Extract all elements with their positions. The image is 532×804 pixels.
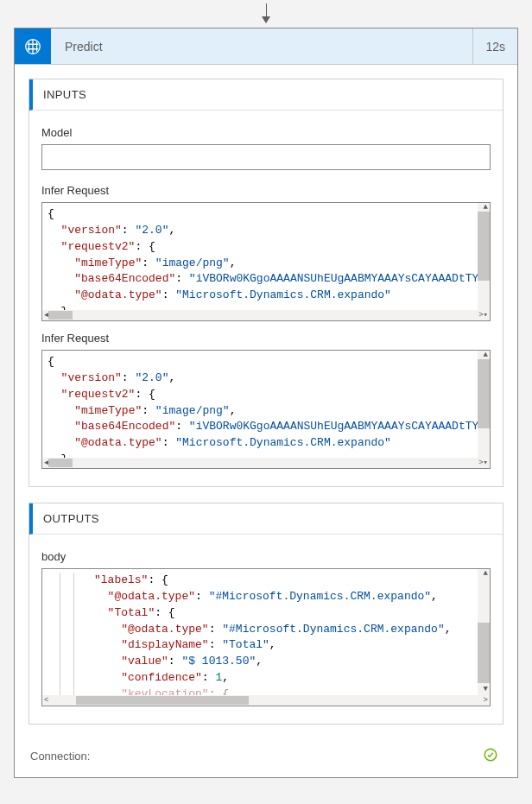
- hscrollbar[interactable]: < >: [42, 695, 490, 706]
- hscroll-thumb[interactable]: [48, 459, 73, 467]
- scroll-right-icon[interactable]: >: [484, 697, 488, 705]
- predict-brain-icon: [15, 28, 51, 64]
- outputs-panel-header: OUTPUTS: [29, 503, 503, 535]
- hscrollbar[interactable]: ◀ >▾: [42, 310, 490, 320]
- inputs-panel: INPUTS Model Infer Request { "version": …: [28, 79, 504, 487]
- outputs-panel: OUTPUTS body "labels": { "@odata.type": …: [28, 503, 504, 725]
- inputs-panel-header: INPUTS: [29, 79, 503, 111]
- hscroll-thumb[interactable]: [48, 311, 73, 320]
- connection-footer: Connection:: [28, 740, 504, 769]
- scroll-right-icon[interactable]: >▾: [478, 459, 488, 467]
- vscroll-thumb[interactable]: [478, 359, 490, 428]
- connection-ok-icon: [483, 747, 498, 765]
- infer-request-label-1: Infer Request: [41, 184, 491, 197]
- vscroll-thumb[interactable]: [478, 623, 490, 683]
- body-label: body: [41, 550, 491, 563]
- duration-badge: 12s: [472, 28, 517, 64]
- flow-arrow-down: [0, 0, 532, 28]
- scroll-up-icon[interactable]: ▲: [484, 351, 488, 359]
- scroll-left-icon[interactable]: <: [44, 697, 48, 705]
- connection-label: Connection:: [30, 750, 90, 763]
- model-label: Model: [41, 126, 491, 139]
- scroll-right-icon[interactable]: >▾: [478, 312, 488, 320]
- vscroll-thumb[interactable]: [478, 212, 490, 281]
- infer-request-label-2: Infer Request: [41, 332, 491, 345]
- infer-request-code-1[interactable]: { "version": "2.0", "requestv2": { "mime…: [41, 202, 491, 321]
- hscrollbar[interactable]: ◀ >▾: [42, 458, 490, 468]
- scroll-up-icon[interactable]: ▲: [484, 204, 488, 212]
- scroll-up-icon[interactable]: ▲: [484, 570, 488, 578]
- body-code[interactable]: "labels": { "@odata.type": "#Microsoft.D…: [41, 568, 491, 706]
- card-title: Predict: [51, 28, 472, 64]
- predict-step-card: Predict 12s INPUTS Model Infer Request {…: [14, 28, 518, 778]
- infer-request-code-2[interactable]: { "version": "2.0", "requestv2": { "mime…: [41, 350, 491, 469]
- hscroll-thumb[interactable]: [76, 696, 249, 705]
- card-header[interactable]: Predict 12s: [15, 28, 517, 65]
- scroll-down-icon[interactable]: ▼: [484, 686, 488, 693]
- model-input[interactable]: [41, 144, 491, 170]
